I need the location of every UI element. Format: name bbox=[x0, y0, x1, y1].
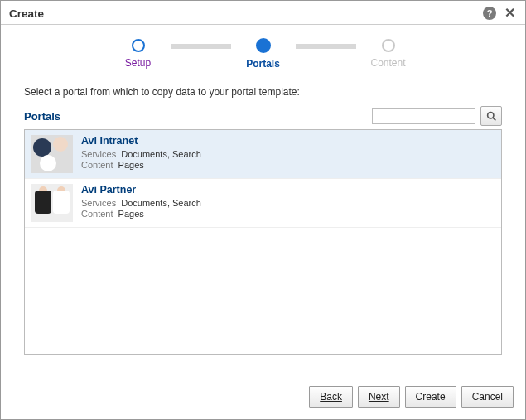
portal-item[interactable]: Avi Intranet Services Documents, Search … bbox=[25, 130, 501, 179]
services-value: Documents, Search bbox=[121, 149, 201, 159]
search-input[interactable] bbox=[372, 108, 475, 124]
portals-list[interactable]: Avi Intranet Services Documents, Search … bbox=[24, 129, 502, 355]
wizard-stepper: Setup Portals Content bbox=[1, 25, 525, 76]
services-label: Services bbox=[81, 198, 116, 208]
step-portals-indicator bbox=[256, 38, 271, 53]
dialog-footer: Back Next Create Cancel bbox=[1, 378, 525, 419]
step-content: Content bbox=[351, 39, 426, 69]
portals-header: Portals bbox=[24, 106, 502, 126]
portal-name: Avi Intranet bbox=[81, 135, 495, 147]
portals-heading: Portals bbox=[24, 110, 372, 123]
back-button[interactable]: Back bbox=[309, 386, 353, 408]
portal-thumbnail bbox=[31, 184, 73, 222]
services-label: Services bbox=[81, 149, 116, 159]
services-value: Documents, Search bbox=[121, 198, 201, 208]
svg-line-1 bbox=[493, 118, 495, 120]
cancel-button[interactable]: Cancel bbox=[461, 386, 514, 408]
close-icon: ✕ bbox=[504, 7, 515, 20]
step-connector bbox=[296, 44, 356, 49]
close-button[interactable]: ✕ bbox=[502, 6, 517, 21]
help-button[interactable]: ? bbox=[482, 6, 497, 21]
search-icon bbox=[486, 111, 497, 122]
step-content-indicator bbox=[382, 39, 395, 52]
portal-item[interactable]: Avi Partner Services Documents, Search C… bbox=[25, 179, 501, 228]
titlebar: Create ? ✕ bbox=[1, 1, 525, 24]
step-portals-label: Portals bbox=[246, 58, 280, 70]
portal-services: Services Documents, Search bbox=[81, 149, 495, 159]
step-connector bbox=[171, 44, 231, 49]
portal-thumbnail bbox=[31, 135, 73, 173]
help-icon: ? bbox=[483, 7, 496, 20]
portal-name: Avi Partner bbox=[81, 184, 495, 196]
portal-content: Content Pages bbox=[81, 160, 495, 170]
portal-services: Services Documents, Search bbox=[81, 198, 495, 208]
dialog-title: Create bbox=[9, 7, 477, 20]
portal-meta: Avi Partner Services Documents, Search C… bbox=[81, 184, 495, 222]
step-setup-indicator bbox=[132, 39, 145, 52]
svg-point-0 bbox=[487, 112, 493, 118]
content-label: Content bbox=[81, 209, 113, 219]
content-value: Pages bbox=[118, 209, 144, 219]
content-label: Content bbox=[81, 160, 113, 170]
content-area: Select a portal from which to copy data … bbox=[1, 76, 525, 355]
create-button[interactable]: Create bbox=[405, 386, 456, 408]
portal-meta: Avi Intranet Services Documents, Search … bbox=[81, 135, 495, 173]
step-setup-label: Setup bbox=[125, 57, 151, 69]
create-dialog: Create ? ✕ Setup Portals Content Select … bbox=[0, 0, 526, 420]
search-button[interactable] bbox=[480, 106, 502, 126]
next-button[interactable]: Next bbox=[358, 386, 400, 408]
step-portals: Portals bbox=[226, 38, 301, 70]
step-setup[interactable]: Setup bbox=[101, 39, 176, 69]
step-content-label: Content bbox=[370, 57, 405, 69]
instruction-text: Select a portal from which to copy data … bbox=[24, 86, 502, 98]
content-value: Pages bbox=[118, 160, 144, 170]
portal-content: Content Pages bbox=[81, 209, 495, 219]
